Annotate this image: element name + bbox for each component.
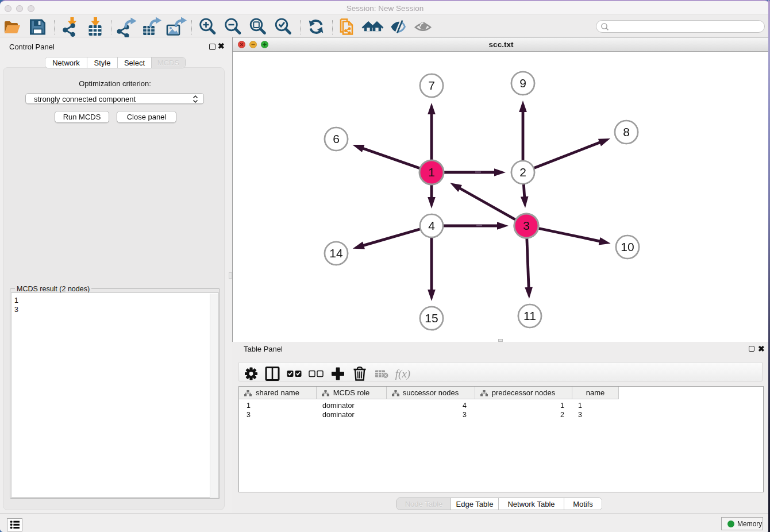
svg-text:7: 7 xyxy=(428,79,435,92)
svg-text:9: 9 xyxy=(519,76,526,90)
svg-text:1: 1 xyxy=(428,165,435,179)
svg-text:15: 15 xyxy=(425,311,438,325)
svg-text:8: 8 xyxy=(623,125,630,138)
svg-text:3: 3 xyxy=(523,219,530,232)
svg-text:2: 2 xyxy=(519,165,526,179)
svg-text:10: 10 xyxy=(621,240,634,253)
svg-text:4: 4 xyxy=(428,219,435,232)
svg-text:f(x): f(x) xyxy=(395,368,410,380)
svg-text:11: 11 xyxy=(523,309,536,322)
svg-text:14: 14 xyxy=(329,246,343,260)
svg-text:6: 6 xyxy=(333,132,340,145)
